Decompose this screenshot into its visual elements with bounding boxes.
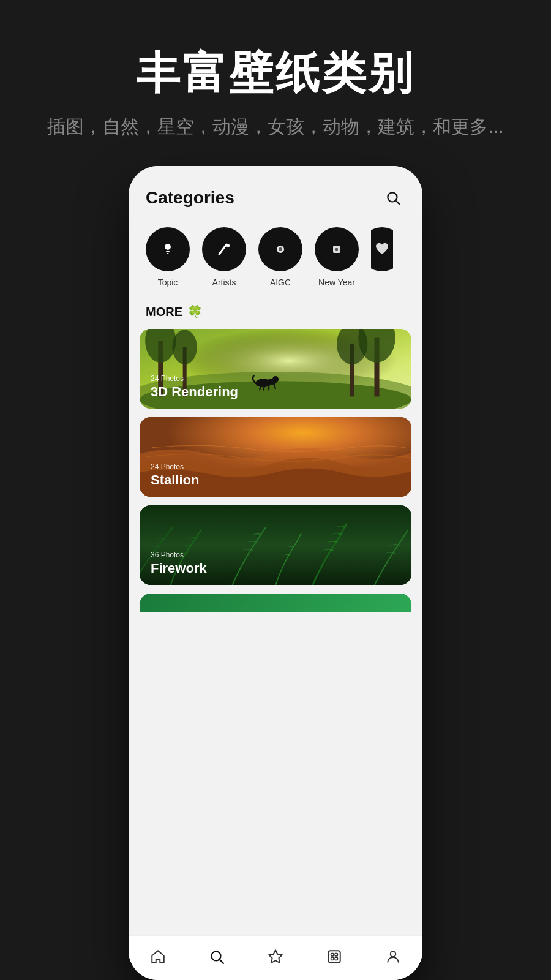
aigc-label: AIGC [270, 277, 291, 287]
svg-rect-3 [166, 251, 170, 252]
aigc-icon-circle [258, 227, 302, 271]
svg-marker-35 [269, 950, 282, 963]
svg-point-5 [226, 244, 230, 247]
svg-rect-37 [331, 954, 334, 956]
svg-point-2 [165, 244, 171, 250]
more-clover-icon: 🍀 [187, 304, 203, 319]
firework-name: Firework [151, 560, 207, 576]
search-nav-svg [209, 949, 225, 965]
phone-container: Categories Topic [129, 166, 422, 980]
square-svg [326, 949, 342, 965]
star-svg [268, 949, 283, 965]
artists-icon [214, 239, 234, 259]
category-item-aigc[interactable]: AIGC [258, 227, 302, 287]
newyear-label: New Year [318, 277, 355, 287]
ho-icon [372, 239, 392, 259]
category-item-artists[interactable]: Artists [202, 227, 246, 287]
newyear-icon [327, 239, 347, 259]
home-svg [150, 949, 166, 965]
artists-icon-circle [202, 227, 246, 271]
firework-count: 36 Photos [151, 551, 207, 559]
nav-search[interactable] [198, 946, 235, 968]
categories-title: Categories [146, 188, 234, 208]
card-3d-name: 3D Rendering [151, 384, 238, 400]
svg-point-41 [391, 951, 396, 957]
svg-rect-40 [335, 957, 337, 960]
svg-line-34 [220, 960, 223, 963]
svg-rect-9 [335, 248, 338, 251]
search-icon [385, 190, 401, 206]
svg-rect-4 [167, 253, 169, 254]
square-icon [326, 948, 343, 965]
svg-rect-36 [328, 951, 340, 963]
search-button[interactable] [381, 186, 405, 210]
card-stallion[interactable]: 24 Photos Stallion [140, 417, 411, 497]
app-content: Categories Topic [129, 166, 422, 980]
svg-line-1 [396, 201, 400, 205]
topic-label: Topic [158, 277, 178, 287]
cards-section: 24 Photos 3D Rendering [129, 329, 422, 585]
sub-title: 插图，自然，星空，动漫，女孩，动物，建筑，和更多... [37, 112, 514, 141]
card-firework[interactable]: 36 Photos Firework [140, 505, 411, 585]
nav-home[interactable] [140, 946, 176, 968]
svg-point-7 [279, 247, 282, 251]
firework-info: 36 Photos Firework [151, 551, 207, 576]
person-svg [385, 949, 401, 965]
ho-icon-circle [371, 227, 393, 271]
card-3d-count: 24 Photos [151, 374, 238, 383]
nav-collections[interactable] [316, 946, 353, 968]
artists-label: Artists [212, 277, 236, 287]
more-section: MORE 🍀 [129, 300, 422, 329]
category-item-ho[interactable]: Ho [371, 227, 393, 287]
card-3d-info: 24 Photos 3D Rendering [151, 374, 238, 400]
aigc-icon [271, 239, 290, 259]
partial-card [140, 594, 411, 612]
star-icon [267, 948, 284, 965]
card-3d-rendering[interactable]: 24 Photos 3D Rendering [140, 329, 411, 409]
stallion-count: 24 Photos [151, 462, 199, 471]
nav-profile[interactable] [375, 946, 411, 968]
svg-rect-39 [331, 957, 334, 960]
more-label: MORE [146, 305, 182, 319]
spacer [129, 612, 422, 935]
newyear-icon-circle [315, 227, 359, 271]
stallion-name: Stallion [151, 472, 199, 488]
category-item-topic[interactable]: Topic [146, 227, 190, 287]
category-item-newyear[interactable]: New Year [315, 227, 359, 287]
nav-favorites[interactable] [257, 946, 294, 968]
header-section: 丰富壁纸类别 插图，自然，星空，动漫，女孩，动物，建筑，和更多... [0, 0, 551, 166]
categories-header: Categories [129, 166, 422, 222]
person-icon [384, 948, 402, 965]
svg-point-17 [172, 330, 197, 365]
home-icon [149, 948, 167, 965]
search-nav-icon [208, 948, 225, 965]
svg-rect-38 [335, 954, 337, 956]
bottom-nav [129, 935, 422, 980]
category-icons-row: Topic Artists [129, 222, 422, 300]
stallion-info: 24 Photos Stallion [151, 462, 199, 488]
main-title: 丰富壁纸类别 [37, 49, 514, 97]
svg-point-0 [388, 193, 397, 202]
topic-icon-circle [146, 227, 190, 271]
topic-icon [158, 239, 178, 259]
